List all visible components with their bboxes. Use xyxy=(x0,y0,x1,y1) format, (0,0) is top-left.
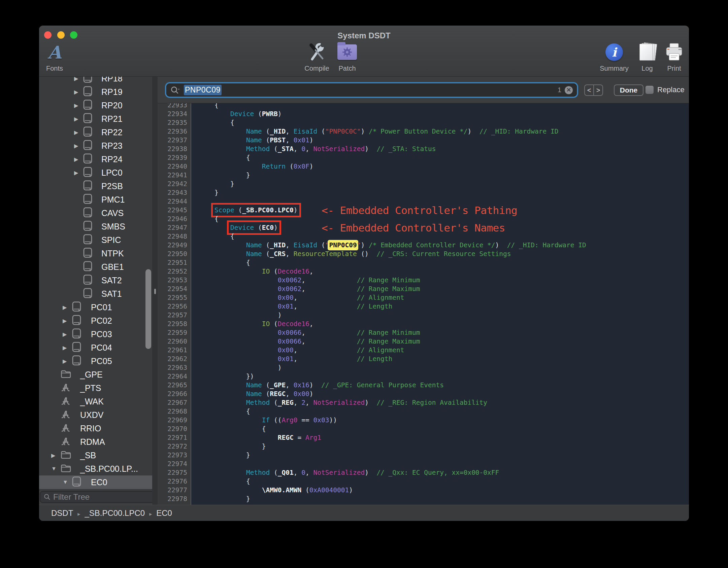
tree-item-pc01[interactable]: ▶PC01 xyxy=(39,300,152,314)
code-line-content: 0x01, // Length xyxy=(199,355,392,363)
device-icon xyxy=(83,113,92,125)
tree-item-sat2[interactable]: SAT2 xyxy=(39,274,152,287)
tree-item-p2sb[interactable]: P2SB xyxy=(39,179,152,193)
tree-item-cavs[interactable]: CAVS xyxy=(39,206,152,220)
tree-item-label: RP18 xyxy=(101,77,123,83)
method-icon xyxy=(61,423,70,434)
disclosure-triangle[interactable]: ▶ xyxy=(74,102,78,109)
line-number: 22957 xyxy=(158,311,187,320)
tree-item-rp21[interactable]: ▶RP21 xyxy=(39,112,152,126)
disclosure-triangle[interactable]: ▶ xyxy=(74,143,78,149)
disclosure-triangle[interactable]: ▶ xyxy=(74,89,78,95)
tree-item-smbs[interactable]: SMBS xyxy=(39,220,152,233)
search-input[interactable]: PNP0C09 1 ✕ xyxy=(166,83,577,97)
disclosure-triangle[interactable]: ▶ xyxy=(63,345,67,351)
patch-toolbar-button[interactable]: Patch xyxy=(327,42,367,72)
tree-item-rp24[interactable]: ▶RP24 xyxy=(39,152,152,166)
tree-item-label: _PTS xyxy=(80,383,101,393)
tree-item-rdma[interactable]: RDMA xyxy=(39,435,152,449)
tree-item-label: RP24 xyxy=(101,154,123,164)
code-editor[interactable]: 22933 {22934 Device (PWRB)22935 {22936 N… xyxy=(158,103,689,505)
splitter-handle[interactable] xyxy=(154,289,156,294)
disclosure-triangle[interactable]: ▶ xyxy=(74,156,78,163)
tree-item-ec0[interactable]: ▼EC0 xyxy=(39,475,152,489)
tree-item-ntpk[interactable]: NTPK xyxy=(39,247,152,260)
tree-item-gbe1[interactable]: GBE1 xyxy=(39,260,152,274)
tree-item-rp18[interactable]: ▶RP18 xyxy=(39,77,152,85)
tree-item-_sbpc00lp[interactable]: ▼_SB.PC00.LP... xyxy=(39,462,152,475)
code-line-content: } xyxy=(199,171,250,180)
tree-item-rp22[interactable]: ▶RP22 xyxy=(39,126,152,139)
code-line-content: Scope (_SB.PC00.LPC0) xyxy=(199,206,298,215)
disclosure-triangle[interactable]: ▼ xyxy=(63,479,68,485)
print-toolbar-button[interactable]: Print xyxy=(654,42,689,72)
tree-item-rp20[interactable]: ▶RP20 xyxy=(39,99,152,112)
line-number: 22968 xyxy=(158,407,187,416)
device-icon xyxy=(83,180,92,192)
breadcrumb-item[interactable]: EC0 xyxy=(156,508,172,518)
search-icon[interactable] xyxy=(170,86,180,95)
clear-search-icon[interactable]: ✕ xyxy=(565,86,573,94)
tree-item-pc03[interactable]: ▶PC03 xyxy=(39,327,152,341)
device-icon xyxy=(72,355,81,367)
tree-item-pmc1[interactable]: PMC1 xyxy=(39,193,152,206)
code-line: 22959 0x0066, // Range Minimum xyxy=(158,328,689,337)
tree-item-_sb[interactable]: ▶_SB xyxy=(39,449,152,462)
code-line-content: Method (_Q01, 0, NotSerialized) // _Qxx:… xyxy=(199,468,499,477)
tree-item-spic[interactable]: SPIC xyxy=(39,233,152,247)
code-line: 22970 { xyxy=(158,425,689,433)
tree-item-uxdv[interactable]: UXDV xyxy=(39,408,152,422)
replace-label: Replace xyxy=(657,85,685,94)
device-icon xyxy=(83,167,92,179)
tree-item-_wak[interactable]: _WAK xyxy=(39,395,152,408)
pane-splitter[interactable] xyxy=(152,77,158,505)
disclosure-triangle[interactable]: ▶ xyxy=(74,170,78,176)
disclosure-triangle[interactable]: ▶ xyxy=(51,452,55,459)
breadcrumb-item[interactable]: _SB.PC00.LPC0 xyxy=(85,508,145,518)
disclosure-triangle[interactable]: ▼ xyxy=(51,466,57,472)
breadcrumb-item[interactable]: DSDT xyxy=(51,508,73,518)
tree-item-sat1[interactable]: SAT1 xyxy=(39,287,152,300)
replace-checkbox[interactable] xyxy=(646,86,654,94)
disclosure-triangle[interactable]: ▶ xyxy=(74,129,78,136)
breadcrumb-separator-icon: ▸ xyxy=(77,511,80,517)
tree-item-label: _SB.PC00.LP... xyxy=(80,464,138,474)
previous-match-button[interactable]: < xyxy=(585,85,594,95)
done-button[interactable]: Done xyxy=(614,84,643,96)
line-number: 22949 xyxy=(158,241,187,250)
line-number: 22938 xyxy=(158,145,187,153)
code-line-content: { xyxy=(199,232,234,241)
line-number: 22953 xyxy=(158,276,187,285)
disclosure-triangle[interactable]: ▶ xyxy=(63,358,67,364)
next-match-button[interactable]: > xyxy=(594,85,602,95)
device-icon xyxy=(83,86,92,98)
code-line: 22945 Scope (_SB.PC00.LPC0)<- Embedded C… xyxy=(158,206,689,215)
disclosure-triangle[interactable]: ▶ xyxy=(63,331,67,338)
line-number: 22933 xyxy=(158,103,187,110)
breadcrumb-separator-icon: ▸ xyxy=(149,511,152,517)
code-line-content: Name (PBST, 0x01) xyxy=(199,136,313,145)
device-icon xyxy=(83,261,92,273)
disclosure-triangle[interactable]: ▶ xyxy=(74,116,78,122)
tree-item-rp23[interactable]: ▶RP23 xyxy=(39,139,152,152)
tree-item-pc02[interactable]: ▶PC02 xyxy=(39,314,152,327)
annotation-red-box: Scope (_SB.PC00.LPC0) xyxy=(214,206,298,214)
tree-item-label: UXDV xyxy=(80,410,103,420)
filter-tree-input[interactable] xyxy=(53,492,150,502)
tree-item-rrio[interactable]: RRIO xyxy=(39,422,152,435)
tree-item-lpc0[interactable]: ▶LPC0 xyxy=(39,166,152,179)
disclosure-triangle[interactable]: ▶ xyxy=(74,77,78,82)
patch-folder-icon xyxy=(337,44,357,60)
tree-item-pc05[interactable]: ▶PC05 xyxy=(39,354,152,368)
code-line-content: { xyxy=(199,477,250,486)
disclosure-triangle[interactable]: ▶ xyxy=(63,304,67,311)
line-number: 22940 xyxy=(158,162,187,171)
device-icon xyxy=(83,248,92,259)
tree-item-rp19[interactable]: ▶RP19 xyxy=(39,85,152,99)
tree-item-_pts[interactable]: _PTS xyxy=(39,381,152,395)
tree-item-_gpe[interactable]: _GPE xyxy=(39,368,152,381)
disclosure-triangle[interactable]: ▶ xyxy=(63,318,67,324)
sidebar-scrollbar-thumb[interactable] xyxy=(145,269,151,349)
tree-item-pc04[interactable]: ▶PC04 xyxy=(39,341,152,354)
fonts-toolbar-button[interactable]: A Fonts xyxy=(39,42,75,72)
